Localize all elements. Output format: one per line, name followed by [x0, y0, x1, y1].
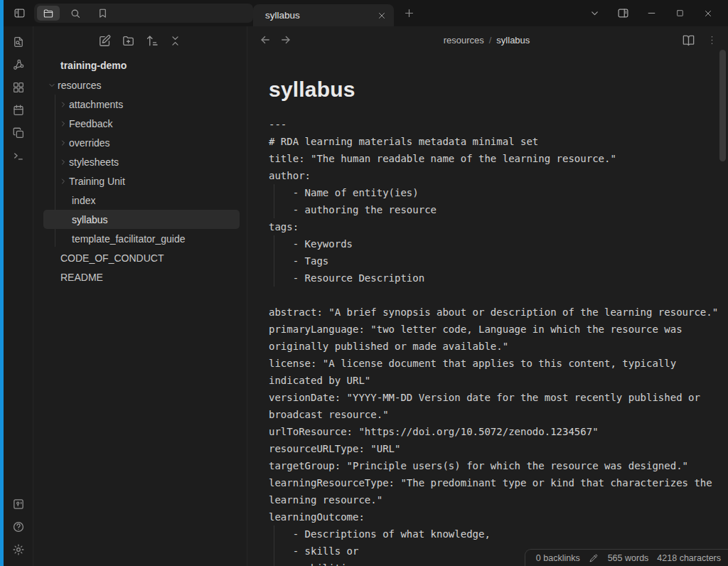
tab-close-icon[interactable] [377, 11, 387, 21]
editor-line: tags: [269, 218, 728, 235]
chevron-right-icon[interactable] [59, 100, 69, 109]
search-tab-icon[interactable] [64, 6, 87, 21]
new-note-button[interactable] [98, 34, 112, 48]
tab-list-chevron-down-icon[interactable] [582, 4, 606, 23]
graph-view-icon[interactable] [12, 58, 25, 71]
right-sidebar-toggle-icon[interactable] [611, 4, 635, 23]
reading-mode-book-icon[interactable] [681, 33, 695, 47]
note-body: ---# RDA learning materials metadata min… [269, 116, 728, 566]
tree-item-CODE_OF_CONDUCT[interactable]: CODE_OF_CONDUCT [43, 248, 240, 267]
files-tab-icon[interactable] [37, 6, 60, 21]
titlebar: syllabus [4, 0, 728, 26]
workspace: training-demo resourcesattachmentsFeedba… [4, 26, 728, 566]
help-icon[interactable] [12, 520, 25, 533]
indent-guide [274, 543, 274, 560]
tree-item-label: template_facilitator_guide [72, 233, 186, 245]
tree-item-syllabus[interactable]: syllabus [43, 210, 240, 229]
indent-guide [274, 184, 274, 201]
bookmarks-tab-icon[interactable] [91, 6, 114, 21]
calendar-icon[interactable] [12, 104, 25, 117]
vault-switcher-icon[interactable] [12, 498, 25, 511]
indent-guide [274, 269, 274, 287]
editor-line: # RDA learning materials metadata minima… [269, 133, 728, 150]
editor-line: - authoring the resource [269, 201, 728, 218]
editor-line: title: "The human readable name of the l… [269, 150, 728, 167]
editor-line: learningResourceType: "The predominant t… [269, 474, 728, 491]
pencil-icon[interactable] [589, 552, 599, 563]
terminal-icon[interactable] [12, 149, 25, 162]
close-icon[interactable] [696, 4, 720, 23]
tree-item-index[interactable]: index [43, 191, 240, 210]
editor-line: learningOutcome: [269, 508, 728, 525]
status-bar: 0 backlinks 565 words 4218 characters [525, 549, 728, 566]
copy-icon[interactable] [12, 127, 25, 139]
vault-name: training-demo [60, 60, 127, 71]
breadcrumb-parent[interactable]: resources [444, 35, 484, 46]
tree-item-label: README [60, 272, 103, 283]
ribbon [4, 26, 33, 566]
chevron-down-icon[interactable] [48, 81, 58, 90]
editor-line: - Descriptions of what knowledge, [269, 525, 728, 543]
window-controls [582, 0, 728, 26]
explorer-actions [33, 34, 247, 48]
tree-item-stylesheets[interactable]: stylesheets [43, 152, 240, 171]
tree-item-label: index [72, 195, 95, 206]
chevron-right-icon[interactable] [59, 177, 69, 186]
forward-arrow-icon[interactable] [279, 33, 292, 47]
minimize-icon[interactable] [639, 4, 663, 23]
tree-item-template_facilitator_guide[interactable]: template_facilitator_guide [43, 229, 240, 248]
sort-order-button[interactable] [145, 34, 159, 48]
editor-line: - Tags [269, 252, 728, 269]
editor-line: - Name of entity(ies) [269, 184, 728, 201]
back-arrow-icon[interactable] [258, 33, 272, 47]
tree-item-overrides[interactable]: overrides [43, 133, 240, 152]
file-explorer: training-demo resourcesattachmentsFeedba… [33, 26, 247, 566]
inline-title[interactable]: syllabus [269, 77, 728, 102]
tab-syllabus[interactable]: syllabus [253, 4, 394, 26]
editor-line: author: [269, 167, 728, 184]
indent-guide [274, 525, 274, 543]
history-nav [258, 33, 292, 47]
character-count: 4218 characters [657, 553, 721, 563]
sidebar-tab-strip [34, 4, 253, 23]
backlinks-count[interactable]: 0 backlinks [536, 553, 580, 563]
breadcrumb: resources/syllabus [292, 35, 681, 46]
word-count: 565 words [608, 553, 649, 563]
file-search-icon[interactable] [12, 36, 25, 48]
chevron-right-icon[interactable] [59, 139, 69, 147]
note-editor[interactable]: syllabus ---# RDA learning materials met… [247, 53, 728, 566]
chevron-right-icon[interactable] [59, 119, 69, 128]
settings-icon[interactable] [12, 543, 25, 556]
tree-item-attachments[interactable]: attachments [43, 95, 240, 114]
editor-line: indicated by URL" [269, 372, 728, 389]
collapse-all-button[interactable] [168, 34, 182, 48]
indent-guide [274, 235, 274, 252]
editor-line: resourceURLType: "URL" [269, 440, 728, 457]
chevron-right-icon[interactable] [59, 158, 69, 166]
new-folder-button[interactable] [122, 34, 135, 48]
editor-line: versionDate: "YYYY-MM-DD Version date fo… [269, 389, 728, 406]
view-header: resources/syllabus [247, 26, 728, 53]
more-options-icon[interactable] [705, 33, 719, 47]
breadcrumb-separator: / [489, 35, 492, 46]
breadcrumb-current[interactable]: syllabus [496, 35, 530, 46]
editor-line [269, 287, 728, 304]
editor-line: primaryLanguage: "two letter code, Langu… [269, 321, 728, 338]
indent-guide [274, 252, 274, 269]
new-tab-icon[interactable] [400, 5, 417, 22]
editor-line: license: "A license document that applie… [269, 355, 728, 372]
tree-item-README[interactable]: README [43, 267, 240, 287]
obsidian-window: syllabus tra [0, 0, 728, 566]
tree-item-Feedback[interactable]: Feedback [43, 114, 240, 133]
tree-item-label: syllabus [72, 214, 108, 225]
left-sidebar-toggle-icon[interactable] [10, 4, 28, 23]
editor-line: originally published or made available." [269, 338, 728, 355]
tree-item-label: overrides [69, 137, 110, 149]
tree-item-resources[interactable]: resources [43, 75, 240, 95]
editor-scrollbar[interactable] [719, 50, 726, 161]
editor-line: - Resource Description [269, 269, 728, 287]
tree-item-Training Unit[interactable]: Training Unit [43, 171, 240, 191]
canvas-grid-icon[interactable] [12, 81, 25, 94]
maximize-icon[interactable] [668, 4, 692, 23]
titlebar-left [4, 0, 253, 26]
